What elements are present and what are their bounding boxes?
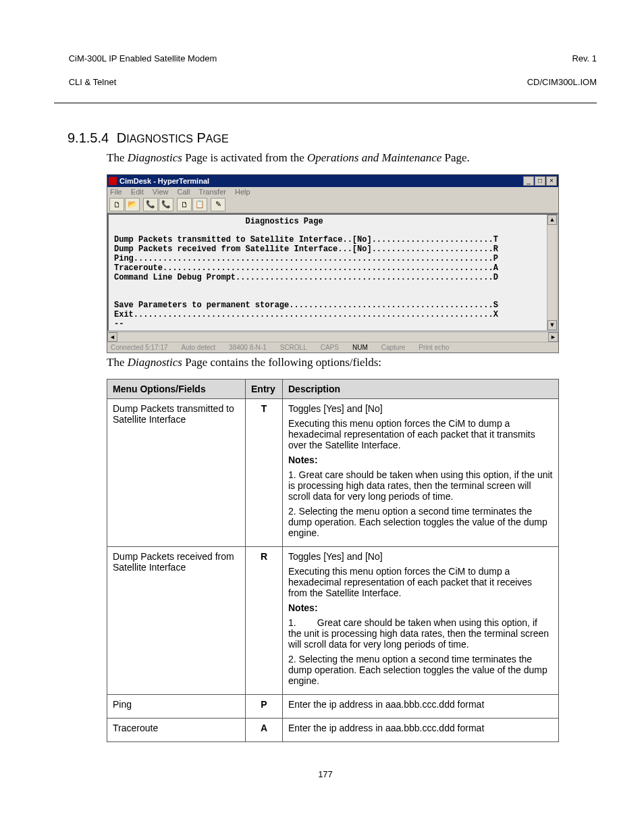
header-right-1: Rev. 1 <box>572 53 597 63</box>
toolbar-send-icon[interactable]: 🗋 <box>177 198 192 211</box>
table-row: Ping P Enter the ip address in aaa.bbb.c… <box>107 695 559 719</box>
menu-edit[interactable]: Edit <box>131 188 144 196</box>
status-caps: CAPS <box>319 343 341 352</box>
table-row: Dump Packets received from Satellite Int… <box>107 547 559 695</box>
cell-menu: Ping <box>107 695 246 719</box>
status-baud: 38400 8-N-1 <box>227 343 269 352</box>
scroll-left-icon[interactable]: ◄ <box>107 332 117 342</box>
menu-file[interactable]: File <box>110 188 122 196</box>
page-number: 177 <box>54 769 597 779</box>
maximize-button[interactable]: □ <box>535 176 545 186</box>
cell-desc: Toggles [Yes] and [No] Executing this me… <box>283 399 559 547</box>
scroll-down-icon[interactable]: ▼ <box>547 320 557 330</box>
toolbar-call-icon[interactable]: 📞 <box>143 198 158 211</box>
table-row: Traceroute A Enter the ip address in aaa… <box>107 719 559 742</box>
menu-help[interactable]: Help <box>235 188 250 196</box>
section-title: DIAGNOSTICS PAGE <box>117 130 229 145</box>
header-left-2: CLI & Telnet <box>69 77 117 87</box>
options-table: Menu Options/Fields Entry Description Du… <box>107 379 559 742</box>
status-capture: Capture <box>379 343 408 352</box>
close-button[interactable]: × <box>546 176 557 186</box>
table-row: Dump Packets transmitted to Satellite In… <box>107 399 559 547</box>
status-num: NUM <box>350 343 370 352</box>
window-statusbar: Connected 5:17:17 Auto detect 38400 8-N-… <box>107 342 558 353</box>
cell-desc: Enter the ip address in aaa.bbb.ccc.ddd … <box>283 695 559 719</box>
cell-menu: Traceroute <box>107 719 246 742</box>
section-after-text: The Diagnostics Page contains the follow… <box>107 356 597 369</box>
window-toolbar: 🗋 📂 📞 📞 🗋 📋 ✎ <box>107 197 558 213</box>
app-icon <box>109 177 117 185</box>
section-intro: The Diagnostics Page is activated from t… <box>107 151 597 165</box>
page-header: CiM-300L IP Enabled Satellite Modem CLI … <box>54 41 597 103</box>
scroll-up-icon[interactable]: ▲ <box>547 215 557 225</box>
cell-menu: Dump Packets transmitted to Satellite In… <box>107 399 246 547</box>
col-menu: Menu Options/Fields <box>107 380 246 399</box>
menu-view[interactable]: View <box>153 188 169 196</box>
section-heading: 9.1.5.4 DIAGNOSTICS PAGE <box>68 130 597 146</box>
menu-transfer[interactable]: Transfer <box>198 188 226 196</box>
hyperterminal-window: CimDesk - HyperTerminal _ □ × File Edit … <box>107 174 559 354</box>
window-menubar: File Edit View Call Transfer Help <box>107 187 558 197</box>
scroll-right-icon[interactable]: ► <box>548 332 558 342</box>
toolbar-hangup-icon[interactable]: 📞 <box>159 198 173 211</box>
terminal-output[interactable]: Diagnostics Page Dump Packets transmitte… <box>109 215 547 331</box>
toolbar-properties-icon[interactable]: ✎ <box>211 198 225 211</box>
table-header-row: Menu Options/Fields Entry Description <box>107 380 559 399</box>
header-right-2: CD/CIM300L.IOM <box>527 77 597 87</box>
col-entry: Entry <box>246 380 283 399</box>
window-title: CimDesk - HyperTerminal <box>119 177 522 185</box>
toolbar-receive-icon[interactable]: 📋 <box>192 198 207 211</box>
cell-desc: Enter the ip address in aaa.bbb.ccc.ddd … <box>283 719 559 742</box>
vertical-scrollbar[interactable]: ▲ ▼ <box>547 215 557 331</box>
cell-entry: P <box>246 695 283 719</box>
status-printecho: Print echo <box>417 343 451 352</box>
toolbar-open-icon[interactable]: 📂 <box>125 198 140 211</box>
cell-desc: Toggles [Yes] and [No] Executing this me… <box>283 547 559 695</box>
cell-entry: A <box>246 719 283 742</box>
col-desc: Description <box>283 380 559 399</box>
horizontal-scrollbar[interactable]: ◄ ► <box>107 332 558 342</box>
minimize-button[interactable]: _ <box>523 176 534 186</box>
document-page: CiM-300L IP Enabled Satellite Modem CLI … <box>0 0 644 834</box>
header-left-1: CiM-300L IP Enabled Satellite Modem <box>69 53 217 63</box>
menu-call[interactable]: Call <box>178 188 190 196</box>
status-connected: Connected 5:17:17 <box>109 343 170 352</box>
terminal-area: Diagnostics Page Dump Packets transmitte… <box>107 213 558 332</box>
status-scroll: SCROLL <box>278 343 309 352</box>
cell-menu: Dump Packets received from Satellite Int… <box>107 547 246 695</box>
window-titlebar[interactable]: CimDesk - HyperTerminal _ □ × <box>107 175 558 187</box>
hscroll-track[interactable] <box>117 332 548 342</box>
status-autodetect: Auto detect <box>180 343 218 352</box>
cell-entry: R <box>246 547 283 695</box>
toolbar-new-icon[interactable]: 🗋 <box>109 198 124 211</box>
cell-entry: T <box>246 399 283 547</box>
section-number: 9.1.5.4 <box>68 130 109 145</box>
